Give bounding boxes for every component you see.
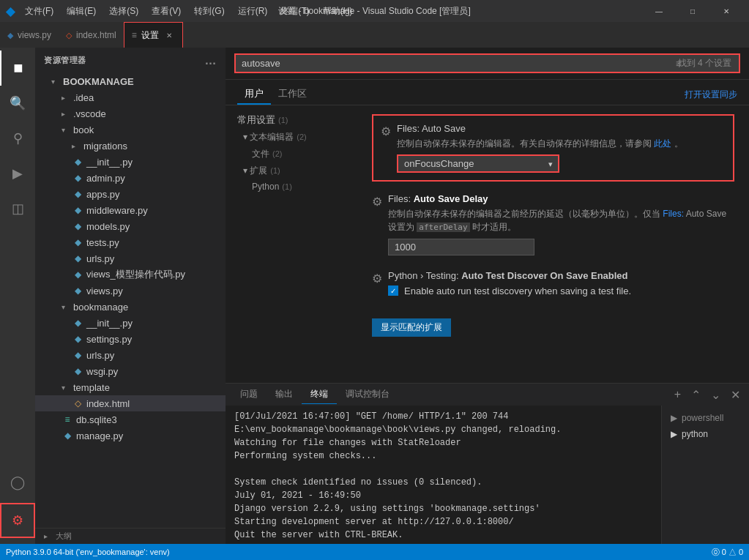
python-testing-checkbox-label: Enable auto run test discovery when savi… xyxy=(404,285,631,296)
python-file-icon-9: ◆ xyxy=(72,285,83,296)
activity-settings[interactable]: ⚙ xyxy=(0,503,35,538)
filter-icon[interactable]: ≡ xyxy=(676,58,682,70)
tree-middleware-py[interactable]: ◆ middleware.py xyxy=(35,202,226,218)
python-file-icon-6: ◆ xyxy=(72,237,83,247)
tree-manage-py[interactable]: ◆ manage.py xyxy=(35,428,226,444)
tree-template[interactable]: template xyxy=(35,379,226,395)
tree-index-html[interactable]: ◇ index.html xyxy=(35,395,226,411)
menu-edit[interactable]: 编辑(E) xyxy=(61,4,102,19)
tree-tests-py[interactable]: ◆ tests.py xyxy=(35,234,226,250)
error-warning-count[interactable]: ⓪ 0 △ 0 xyxy=(712,547,743,558)
tree-urls-py-book[interactable]: ◆ urls.py xyxy=(35,250,226,266)
terminal-close-button[interactable]: ✕ xyxy=(728,387,743,403)
tree-admin-py[interactable]: ◆ admin.py xyxy=(35,170,226,186)
tree-bookmanage[interactable]: bookmanage xyxy=(35,299,226,315)
autosave-delay-input[interactable] xyxy=(388,239,534,255)
admin-py-label: admin.py xyxy=(86,173,125,184)
python-version-status[interactable]: Python 3.9.0 64-bit ('env_bookmanage': v… xyxy=(6,548,170,556)
terminal-python[interactable]: ▶ python xyxy=(662,426,749,442)
tree-wsgi-py[interactable]: ◆ wsgi.py xyxy=(35,363,226,379)
autosave-link[interactable]: 此处 xyxy=(654,138,671,149)
activity-debug[interactable]: ▶ xyxy=(0,156,35,191)
autosave-select[interactable]: off afterDelay onFocusChange onWindowCha… xyxy=(398,155,559,172)
init-py-book-label: __init__.py xyxy=(86,157,133,168)
autosave-gear-icon[interactable]: ⚙ xyxy=(381,124,391,138)
terminal-up-button[interactable]: ⌃ xyxy=(688,387,704,403)
category-common[interactable]: 常用设置(1) xyxy=(226,111,357,129)
tree-settings-py[interactable]: ◆ settings.py xyxy=(35,331,226,347)
tab-label-views-py: views.py xyxy=(18,30,51,40)
category-common-count: (1) xyxy=(278,116,288,124)
menu-select[interactable]: 选择(S) xyxy=(103,4,144,19)
tree-urls-py-bookmanage[interactable]: ◆ urls.py xyxy=(35,347,226,363)
tree-apps-py[interactable]: ◆ apps.py xyxy=(35,186,226,202)
category-python-label: Python xyxy=(252,182,279,192)
bookmanage-arrow xyxy=(62,303,70,311)
tree-migrations[interactable]: migrations xyxy=(35,138,226,154)
tree-models-py[interactable]: ◆ models.py xyxy=(35,218,226,234)
activity-source-control[interactable]: ⚲ xyxy=(0,121,35,156)
autosave-delay-gear-icon[interactable]: ⚙ xyxy=(372,195,382,209)
terminal-body: [01/Jul/2021 16:47:00] "GET /home/ HTTP/… xyxy=(226,406,749,544)
terminal-line-11: __init__middleware xyxy=(234,542,652,544)
settings-tab-workspace[interactable]: 工作区 xyxy=(271,84,314,105)
terminal-output[interactable]: [01/Jul/2021 16:47:00] "GET /home/ HTTP/… xyxy=(226,406,661,544)
close-button[interactable]: ✕ xyxy=(709,0,743,22)
tree-init-py-book[interactable]: ◆ __init__.py xyxy=(35,154,226,170)
tab-terminal[interactable]: 终端 xyxy=(302,385,337,404)
vscode-logo: ◆ xyxy=(6,4,15,18)
category-files[interactable]: 文件(2) xyxy=(226,146,357,163)
index-html-label: index.html xyxy=(86,398,130,409)
tree-init-py-bookmanage[interactable]: ◆ __init__.py xyxy=(35,315,226,331)
tree-idea[interactable]: .idea xyxy=(35,89,226,105)
activity-search[interactable]: 🔍 xyxy=(0,86,35,121)
autosave-delay-label: Files: Auto Save Delay xyxy=(388,193,734,204)
urls-py-book-label: urls.py xyxy=(86,253,114,264)
show-matching-extensions-button[interactable]: 显示匹配的扩展 xyxy=(372,318,451,337)
files-icon: ■ xyxy=(13,59,23,78)
tab-settings[interactable]: ≡ 设置 ✕ xyxy=(124,22,183,48)
menu-run[interactable]: 运行(R) xyxy=(232,4,274,19)
category-extensions[interactable]: ▾ 扩展(1) xyxy=(226,163,357,179)
settings-search-input[interactable] xyxy=(234,53,740,73)
terminal-line-4: Performing system checks... xyxy=(234,449,652,463)
tab-close-settings[interactable]: ✕ xyxy=(163,29,175,41)
tab-problems[interactable]: 问题 xyxy=(231,385,267,404)
menu-file[interactable]: 文件(F) xyxy=(19,4,59,19)
outline-section[interactable]: 大纲 xyxy=(35,528,226,544)
terminal-line-10: Quit the server with CTRL-BREAK. xyxy=(234,529,652,542)
activity-account[interactable]: ◯ xyxy=(0,465,35,500)
title-bar: ◆ 文件(F) 编辑(E) 选择(S) 查看(V) 转到(G) 运行(R) 终端… xyxy=(0,0,749,22)
terminal-powershell[interactable]: ▶ powershell xyxy=(662,410,749,426)
category-text-editor-label: ▾ 文本编辑器 xyxy=(243,132,294,142)
activity-files[interactable]: ■ xyxy=(0,51,35,86)
tab-debug-console[interactable]: 调试控制台 xyxy=(337,385,398,404)
python-testing-checkbox-row: ✓ Enable auto run test discovery when sa… xyxy=(388,285,734,296)
maximize-button[interactable]: □ xyxy=(676,0,709,22)
menu-view[interactable]: 查看(V) xyxy=(146,4,187,19)
tree-project-root[interactable]: BOOKMANAGE xyxy=(35,73,226,89)
tree-db-sqlite3[interactable]: ≡ db.sqlite3 xyxy=(35,411,226,428)
tree-views-py-file[interactable]: ◆ views.py xyxy=(35,283,226,299)
terminal-line-1: [01/Jul/2021 16:47:00] "GET /home/ HTTP/… xyxy=(234,410,652,423)
minimize-button[interactable]: — xyxy=(642,0,676,22)
tree-vscode[interactable]: .vscode xyxy=(35,105,226,122)
category-python[interactable]: Python(1) xyxy=(226,179,357,194)
tree-book[interactable]: book xyxy=(35,122,226,138)
python-testing-gear-icon[interactable]: ⚙ xyxy=(372,272,382,285)
sync-settings-button[interactable]: 打开设置同步 xyxy=(685,89,737,101)
category-text-editor[interactable]: ▾ 文本编辑器(2) xyxy=(226,129,357,146)
terminal-down-button[interactable]: ⌄ xyxy=(708,387,723,403)
python-icon: ▶ xyxy=(671,429,677,439)
activity-extensions[interactable]: ◫ xyxy=(0,191,35,226)
tree-views-model-py[interactable]: ◆ views_模型操作代码.py xyxy=(35,266,226,283)
tab-index-html[interactable]: ◇ index.html xyxy=(59,22,124,48)
sidebar-menu-button[interactable]: … xyxy=(205,54,217,67)
files-link[interactable]: Files: xyxy=(663,209,684,219)
tab-output[interactable]: 输出 xyxy=(267,385,302,404)
python-testing-checkbox[interactable]: ✓ xyxy=(388,285,398,296)
settings-tab-user[interactable]: 用户 xyxy=(237,84,271,105)
add-terminal-button[interactable]: + xyxy=(671,387,684,403)
menu-goto[interactable]: 转到(G) xyxy=(188,4,230,19)
tab-views-py[interactable]: ◆ views.py xyxy=(0,22,59,48)
